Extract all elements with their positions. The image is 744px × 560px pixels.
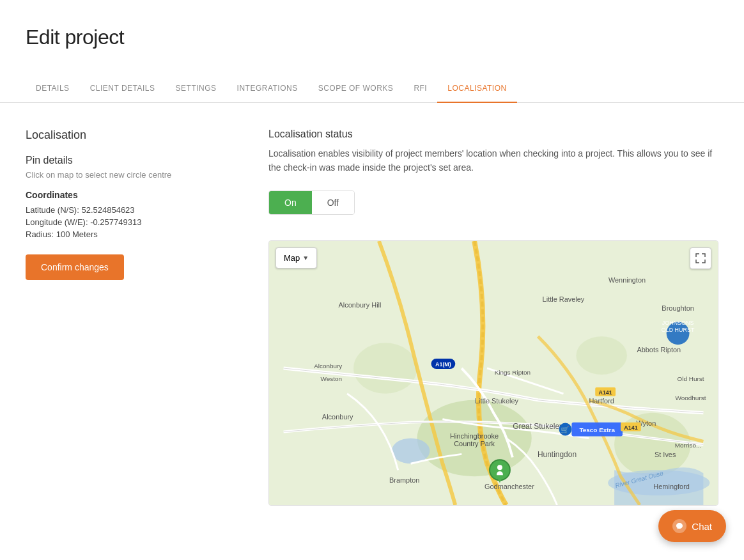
svg-text:Godmanchester: Godmanchester (484, 483, 534, 490)
localisation-section-title: Localisation (26, 128, 243, 142)
svg-text:Brampton: Brampton (389, 476, 419, 484)
svg-text:Hartford: Hartford (589, 397, 614, 405)
svg-text:OLD HURST: OLD HURST (662, 327, 695, 333)
svg-text:Wennington: Wennington (608, 276, 646, 283)
latitude-row: Latitude (N/S): 52.524854623 (26, 205, 243, 215)
page-title: Edit project (26, 26, 718, 49)
svg-text:Tesco Extra: Tesco Extra (579, 426, 615, 433)
svg-text:Hemingford: Hemingford (653, 483, 690, 490)
svg-text:JOHNSONS: JOHNSONS (662, 320, 694, 326)
map-type-button[interactable]: Map ▼ (275, 247, 317, 268)
fullscreen-icon (695, 253, 706, 263)
svg-text:A141: A141 (624, 424, 637, 430)
tab-client-details[interactable]: CLIENT DETAILS (80, 75, 166, 103)
tab-settings[interactable]: SETTINGS (166, 75, 227, 103)
radius-row: Radius: 100 Meters (26, 229, 243, 239)
content-area: Localisation Pin details Click on map to… (0, 103, 744, 531)
svg-text:Alconbury: Alconbury (322, 412, 353, 420)
longitude-row: Longitude (W/E): -0.257749313 (26, 217, 243, 227)
chat-icon (672, 519, 686, 533)
tabs-bar: DETAILS CLIENT DETAILS SETTINGS INTEGRAT… (0, 75, 744, 103)
longitude-value: -0.257749313 (90, 217, 141, 227)
radius-label: Radius: (26, 229, 56, 239)
tab-rfi[interactable]: RFI (403, 75, 437, 103)
svg-point-2 (353, 343, 417, 394)
map-fullscreen-button[interactable] (690, 247, 711, 269)
svg-point-3 (576, 336, 627, 375)
svg-text:Alconbury Hill: Alconbury Hill (339, 301, 382, 309)
svg-text:Huntingdon: Huntingdon (538, 450, 577, 459)
svg-text:Weston: Weston (320, 375, 342, 382)
svg-text:🛒: 🛒 (561, 424, 570, 433)
svg-text:Old Hurst: Old Hurst (678, 375, 704, 382)
coordinates-title: Coordinates (26, 190, 243, 200)
toggle-off-button[interactable]: Off (312, 191, 354, 214)
svg-text:Woodhurst: Woodhurst (676, 394, 706, 401)
svg-text:Abbots Ripton: Abbots Ripton (637, 346, 681, 354)
tab-scope-of-works[interactable]: SCOPE OF WORKS (308, 75, 404, 103)
chat-label: Chat (692, 521, 712, 532)
page-container: Edit project DETAILS CLIENT DETAILS SETT… (0, 0, 744, 560)
latitude-value: 52.524854623 (81, 205, 134, 215)
svg-text:Little Raveley: Little Raveley (543, 295, 585, 302)
localisation-description: Localisation enables visibility of proje… (268, 146, 718, 175)
pin-details-hint: Click on map to select new circle centre (26, 170, 243, 180)
radius-value: 100 Meters (56, 229, 98, 239)
tab-localisation[interactable]: LOCALISATION (437, 75, 516, 103)
svg-text:Morriso...: Morriso... (675, 442, 701, 449)
localisation-status-title: Localisation status (268, 128, 718, 140)
map-type-arrow-icon: ▼ (302, 254, 309, 261)
svg-text:Hinchingbrooke: Hinchingbrooke (450, 432, 499, 439)
right-panel: Localisation status Localisation enables… (268, 128, 718, 506)
svg-point-46 (497, 465, 502, 470)
map-background: Little Raveley Wennington Broughton Alco… (269, 241, 718, 505)
confirm-changes-button[interactable]: Confirm changes (26, 254, 124, 280)
left-panel: Localisation Pin details Click on map to… (26, 128, 243, 506)
svg-text:Kings Ripton: Kings Ripton (495, 369, 531, 376)
svg-text:A141: A141 (598, 389, 612, 396)
toggle-on-button[interactable]: On (269, 191, 312, 214)
map-container[interactable]: Little Raveley Wennington Broughton Alco… (268, 240, 718, 506)
pin-details-section: Pin details Click on map to select new c… (26, 155, 243, 280)
svg-text:Great Stukeley: Great Stukeley (513, 421, 563, 430)
svg-text:A1(M): A1(M) (435, 361, 451, 368)
svg-text:St Ives: St Ives (655, 451, 676, 458)
page-header: Edit project (0, 0, 744, 62)
pin-details-title: Pin details (26, 155, 243, 166)
map-type-label: Map (284, 253, 300, 263)
toggle-group: On Off (268, 191, 355, 215)
map-svg: Little Raveley Wennington Broughton Alco… (269, 241, 718, 505)
tab-details[interactable]: DETAILS (26, 75, 80, 103)
svg-text:Little Stukeley: Little Stukeley (475, 397, 519, 405)
longitude-label: Longitude (W/E): (26, 217, 90, 227)
svg-text:Broughton: Broughton (662, 304, 694, 312)
latitude-label: Latitude (N/S): (26, 205, 81, 215)
svg-text:Country Park: Country Park (454, 440, 495, 447)
svg-text:Alconbury: Alconbury (314, 362, 342, 369)
chat-button[interactable]: Chat (658, 510, 726, 542)
tab-integrations[interactable]: INTEGRATIONS (227, 75, 308, 103)
